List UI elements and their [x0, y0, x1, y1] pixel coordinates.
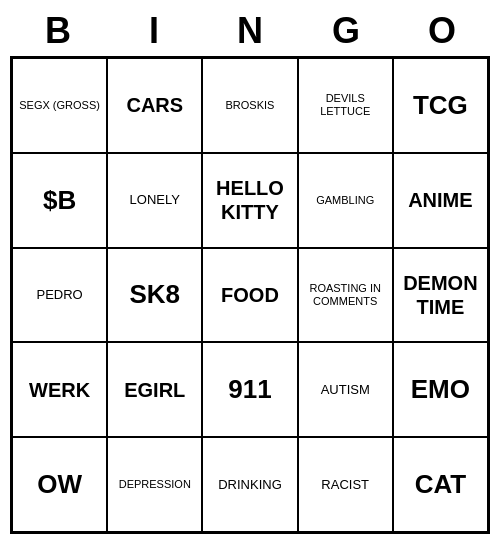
cell-text: EMO: [411, 374, 470, 405]
cell-text: $B: [43, 185, 76, 216]
cell-text: RACIST: [321, 477, 369, 493]
bingo-grid: SEGX (GROSS)CARSBROSKISDEVILS LETTUCETCG…: [10, 56, 490, 534]
cell-1-4: ANIME: [393, 153, 488, 248]
cell-text: FOOD: [221, 283, 279, 307]
bingo-header: BINGO: [10, 10, 490, 52]
cell-text: DEPRESSION: [119, 478, 191, 491]
cell-text: 911: [228, 374, 271, 405]
cell-text: BROSKIS: [226, 99, 275, 112]
cell-4-1: DEPRESSION: [107, 437, 202, 532]
cell-1-3: GAMBLING: [298, 153, 393, 248]
cell-2-2: FOOD: [202, 248, 297, 343]
bingo-letter: B: [10, 10, 106, 52]
bingo-letter: G: [298, 10, 394, 52]
bingo-letter: O: [394, 10, 490, 52]
cell-text: CARS: [126, 93, 183, 117]
cell-4-3: RACIST: [298, 437, 393, 532]
cell-3-2: 911: [202, 342, 297, 437]
cell-3-3: AUTISM: [298, 342, 393, 437]
cell-4-2: DRINKING: [202, 437, 297, 532]
cell-2-4: DEMON TIME: [393, 248, 488, 343]
cell-text: ROASTING IN COMMENTS: [303, 282, 388, 308]
cell-0-3: DEVILS LETTUCE: [298, 58, 393, 153]
cell-text: AUTISM: [321, 382, 370, 398]
cell-2-0: PEDRO: [12, 248, 107, 343]
cell-text: SK8: [130, 279, 181, 310]
cell-text: OW: [37, 469, 82, 500]
cell-text: DRINKING: [218, 477, 282, 493]
cell-1-1: LONELY: [107, 153, 202, 248]
bingo-letter: N: [202, 10, 298, 52]
cell-0-0: SEGX (GROSS): [12, 58, 107, 153]
cell-4-0: OW: [12, 437, 107, 532]
cell-3-4: EMO: [393, 342, 488, 437]
cell-3-1: EGIRL: [107, 342, 202, 437]
cell-text: HELLO KITTY: [207, 176, 292, 224]
cell-text: SEGX (GROSS): [19, 99, 100, 112]
cell-text: TCG: [413, 90, 468, 121]
bingo-letter: I: [106, 10, 202, 52]
cell-text: GAMBLING: [316, 194, 374, 207]
cell-2-1: SK8: [107, 248, 202, 343]
cell-1-2: HELLO KITTY: [202, 153, 297, 248]
cell-text: ANIME: [408, 188, 472, 212]
cell-text: CAT: [415, 469, 467, 500]
cell-text: WERK: [29, 378, 90, 402]
cell-4-4: CAT: [393, 437, 488, 532]
cell-0-4: TCG: [393, 58, 488, 153]
cell-1-0: $B: [12, 153, 107, 248]
cell-text: DEMON TIME: [398, 271, 483, 319]
cell-text: EGIRL: [124, 378, 185, 402]
cell-text: DEVILS LETTUCE: [303, 92, 388, 118]
cell-text: LONELY: [130, 192, 180, 208]
cell-3-0: WERK: [12, 342, 107, 437]
cell-0-2: BROSKIS: [202, 58, 297, 153]
cell-0-1: CARS: [107, 58, 202, 153]
cell-text: PEDRO: [36, 287, 82, 303]
cell-2-3: ROASTING IN COMMENTS: [298, 248, 393, 343]
